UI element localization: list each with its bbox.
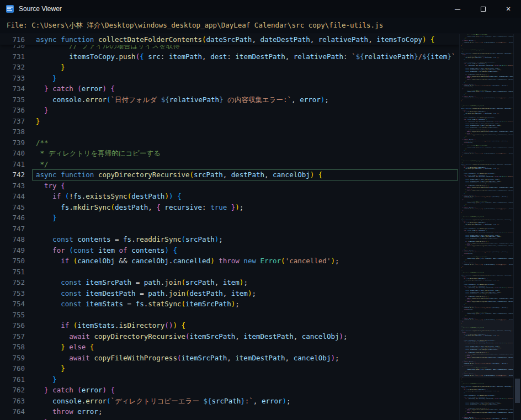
- code-line-735[interactable]: 735 console.error(`日付フォルダ ${relativePath…: [0, 94, 459, 105]
- code-line-751[interactable]: 751: [0, 267, 459, 278]
- code-line-731[interactable]: 731 itemsToCopy.push({ src: itemPath, de…: [0, 51, 459, 62]
- code-line-760[interactable]: 760 }: [0, 363, 459, 374]
- code-line-737[interactable]: 737}: [0, 116, 459, 127]
- line-text: }: [36, 363, 459, 374]
- code-token: }: [44, 106, 49, 114]
- code-token: itemStats: [77, 321, 115, 329]
- code-token: catch: [52, 386, 73, 394]
- code-line-739[interactable]: 739/**: [0, 137, 459, 148]
- code-token: {: [430, 35, 435, 44]
- code-line-756[interactable]: 756 if (itemStats.isDirectory()) {: [0, 320, 459, 331]
- code-line-743[interactable]: 743 try {: [0, 180, 459, 192]
- code-token: [227, 203, 231, 211]
- code-line-761[interactable]: 761 }: [0, 374, 459, 385]
- code-token: const: [61, 300, 82, 308]
- code-token: item: [98, 246, 115, 254]
- code-line-765[interactable]: 765 }: [0, 417, 459, 420]
- code-line-752[interactable]: 752 const itemSrcPath = path.join(srcPat…: [0, 277, 459, 288]
- code-line-736[interactable]: 736 }: [0, 105, 459, 116]
- line-text: if (!fs.existsSync(destPath)) {: [36, 191, 459, 202]
- code-line-754[interactable]: 754 const itemStats = fs.statSync(itemSr…: [0, 299, 459, 310]
- code-line-753[interactable]: 753 const itemDestPath = path.join(destP…: [0, 288, 459, 299]
- code-line-763[interactable]: 763 console.error(`ディレクトリコピーエラー ${srcPat…: [0, 396, 459, 407]
- minimap[interactable]: // ファイルの場合はサイズを取得 itemsToCopy.push({ src…: [459, 34, 513, 420]
- code-token: fs: [136, 300, 144, 308]
- line-text: }: [36, 62, 459, 73]
- code-editor[interactable]: 730 // ファイルの場合はサイズを取得731 itemsToCopy.pus…: [0, 34, 521, 420]
- code-line-749[interactable]: 749 for (const item of contents) {: [0, 245, 459, 256]
- code-token: src: [148, 52, 161, 61]
- code-token: (: [77, 386, 82, 394]
- code-token: }: [52, 375, 57, 384]
- code-token: itemPath: [169, 52, 202, 61]
- code-area[interactable]: 730 // ファイルの場合はサイズを取得731 itemsToCopy.pus…: [0, 40, 459, 420]
- line-text: } else {: [36, 342, 459, 353]
- code-token: }: [219, 95, 224, 104]
- code-token: ,: [264, 171, 273, 179]
- line-text: const itemDestPath = path.join(destPath,…: [36, 288, 459, 299]
- line-number: 716: [0, 34, 36, 45]
- code-line-748[interactable]: 748 const contents = fs.readdirSync(srcP…: [0, 234, 459, 245]
- code-line-738[interactable]: 738: [0, 126, 459, 137]
- code-line-764[interactable]: 764 throw error;: [0, 406, 459, 417]
- code-token: (: [202, 35, 206, 44]
- line-text: fs.mkdirSync(destPath, { recursive: true…: [36, 202, 459, 213]
- minimap-line: async function copyDirectoryRecursive(sr…: [461, 108, 513, 110]
- code-line-733[interactable]: 733 }: [0, 73, 459, 84]
- code-token: }: [241, 397, 245, 405]
- code-line-758[interactable]: 758 } else {: [0, 342, 459, 353]
- code-token: copyDirectoryRecursive: [94, 332, 185, 341]
- code-token: {: [156, 203, 161, 211]
- code-line-759[interactable]: 759 await copyFileWithProgress(itemSrcPa…: [0, 353, 459, 364]
- line-text: await copyDirectoryRecursive(itemSrcPath…: [36, 331, 459, 342]
- code-line-747[interactable]: 747: [0, 224, 459, 235]
- code-token: error: [86, 95, 107, 104]
- line-text: }: [36, 374, 459, 385]
- vertical-scrollbar[interactable]: [513, 34, 521, 420]
- close-button[interactable]: ✕: [496, 0, 521, 18]
- minimize-button[interactable]: —: [445, 0, 470, 18]
- code-token: :: [343, 52, 352, 61]
- code-line-741[interactable]: 741 */: [0, 159, 459, 170]
- code-token: copyDirectoryRecursive: [98, 171, 190, 179]
- code-token: [107, 84, 111, 93]
- code-line-716[interactable]: 716async function collectDateFolderConte…: [0, 34, 459, 45]
- code-line-732[interactable]: 732 }: [0, 62, 459, 73]
- line-text: }: [36, 417, 459, 420]
- minimap-line: async function copyDirectoryRecursive(sr…: [461, 53, 513, 55]
- code-token: itemDestPath: [235, 354, 285, 362]
- code-token: ): [339, 332, 343, 341]
- code-token: [36, 407, 52, 416]
- scrollbar-thumb[interactable]: [515, 379, 520, 403]
- code-line-762[interactable]: 762 } catch (error) {: [0, 385, 459, 396]
- minimap-line: await copyFileWithProgress(itemSrcPath, …: [461, 190, 513, 192]
- code-line-744[interactable]: 744 if (!fs.existsSync(destPath)) {: [0, 191, 459, 202]
- code-line-742[interactable]: 742async function copyDirectoryRecursive…: [0, 169, 459, 180]
- line-number: 762: [0, 385, 36, 396]
- code-token: item: [430, 52, 447, 61]
- code-line-734[interactable]: 734 } catch (error) {: [0, 83, 459, 94]
- code-token: .: [69, 203, 73, 211]
- line-number: 756: [0, 320, 36, 331]
- sticky-scroll-header[interactable]: 716async function collectDateFolderConte…: [0, 34, 459, 45]
- code-line-746[interactable]: 746 }: [0, 212, 459, 224]
- code-line-750[interactable]: 750 if (cancelObj && cancelObj.cancelled…: [0, 256, 459, 267]
- minimap-viewport-slider[interactable]: [460, 320, 513, 378]
- code-line-757[interactable]: 757 await copyDirectoryRecursive(itemSrc…: [0, 331, 459, 342]
- code-line-740[interactable]: 740 * ディレクトリを再帰的にコピーする: [0, 148, 459, 159]
- code-token: ${: [161, 95, 169, 104]
- line-number: 736: [0, 105, 36, 116]
- code-token: ;: [98, 407, 103, 416]
- code-token: ): [102, 84, 107, 93]
- code-token: の内容収集エラー:`: [224, 95, 291, 104]
- maximize-button[interactable]: [470, 0, 496, 18]
- code-line-745[interactable]: 745 fs.mkdirSync(destPath, { recursive: …: [0, 202, 459, 213]
- code-token: }: [61, 63, 65, 71]
- code-token: [36, 375, 52, 384]
- code-token: ,: [235, 332, 243, 341]
- code-token: {: [61, 182, 65, 190]
- minimap-line: await copyFileWithProgress(itemSrcPath, …: [461, 412, 513, 414]
- code-token: error: [262, 397, 283, 405]
- code-line-755[interactable]: 755: [0, 310, 459, 321]
- code-token: copyFileWithProgress: [94, 354, 177, 362]
